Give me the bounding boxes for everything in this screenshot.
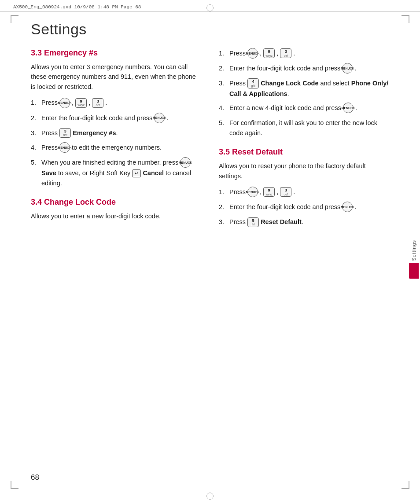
step-3-s5: 3. Press 5jkl Reset Default. (219, 217, 389, 227)
step-3-left-number: 3. (31, 128, 40, 138)
page-number: 68 (31, 473, 39, 482)
step-5-right: 5. For confirmation, it will ask you to … (219, 118, 389, 138)
key-5jkl-s5: 5jkl (247, 217, 259, 227)
right-column: 1. Press MENUOK , 9wxyz , 3def . 2. (219, 48, 389, 232)
corner-mark-tl (11, 15, 18, 23)
step-5-right-number: 5. (219, 118, 228, 128)
side-tab-label: Settings (411, 240, 416, 261)
section-3-5-title: 3.5 Reset Default (219, 147, 389, 157)
step-3-right-content: Press 4ghi Change Lock Code and select P… (229, 78, 389, 99)
step-4-left-content: Press MENUOK to edit the emergency numbe… (41, 143, 201, 153)
step-5-right-content: For confirmation, it will ask you to ent… (229, 118, 389, 138)
section-3-4: 3.4 Change Lock Code Allows you to enter… (31, 198, 201, 221)
center-mark-top (206, 4, 214, 11)
key-menu-ok-s5-1: MENUOK (247, 187, 258, 197)
step-5-cancel-label: Cancel (143, 169, 164, 177)
step-1-left-content: Press MENUOK , 9wxyz , 3def . (41, 98, 201, 108)
key-menu-ok-3: MENUOK (59, 142, 70, 153)
step-2-right-number: 2. (219, 63, 228, 73)
step-1-left: 1. Press MENUOK , 9wxyz , 3def . (31, 98, 201, 108)
section-3-5: 3.5 Reset Default Allows you to reset yo… (219, 147, 389, 228)
step-4-right-content: Enter a new 4-digit lock code and press … (229, 103, 389, 114)
step-5-save-label: Save (41, 169, 56, 177)
step-2-s5-content: Enter the four-digit lock code and press… (229, 202, 389, 213)
step-1-right-content: Press MENUOK , 9wxyz , 3def . (229, 48, 389, 59)
step-5-left: 5. When you are finished editing the num… (31, 158, 201, 188)
key-3def-2: 3def (59, 128, 71, 138)
section-3-5-description: Allows you to reset your phone to the fa… (219, 161, 389, 181)
right-soft-key-icon: ↵ (132, 169, 141, 177)
key-3def-s5: 3def (280, 187, 291, 197)
key-menu-ok-r1: MENUOK (247, 48, 258, 59)
step-2-left: 2. Enter the four-digit lock code and pr… (31, 113, 201, 124)
side-tab: Settings (408, 226, 420, 279)
step-2-right-content: Enter the four-digit lock code and press… (229, 63, 389, 74)
step-2-s5: 2. Enter the four-digit lock code and pr… (219, 202, 389, 213)
page: AX500_Eng_080924.qxd 10/9/08 1:48 PM Pag… (0, 0, 420, 504)
header-text: AX500_Eng_080924.qxd 10/9/08 1:48 PM Pag… (13, 4, 141, 10)
step-2-right: 2. Enter the four-digit lock code and pr… (219, 63, 389, 74)
step-3-right-bold1: Change Lock Code (261, 80, 318, 87)
key-9wxyz-s5: 9wxyz (263, 187, 275, 197)
main-content: Settings 3.3 Emergency #s Allows you to … (0, 12, 420, 258)
key-3def-r1: 3def (280, 48, 291, 58)
step-3-s5-number: 3. (219, 217, 228, 227)
step-1-s5-number: 1. (219, 187, 228, 197)
step-1-right-number: 1. (219, 48, 228, 58)
side-tab-bar (409, 263, 419, 279)
step-5-left-content: When you are finished editing the number… (41, 158, 201, 188)
step-3-s5-content: Press 5jkl Reset Default. (229, 217, 389, 227)
step-3-left-content: Press 3def Emergency #s. (41, 128, 201, 138)
step-1-s5-content: Press MENUOK , 9wxyz , 3def . (229, 187, 389, 198)
step-4-right-number: 4. (219, 103, 228, 113)
step-1-right: 1. Press MENUOK , 9wxyz , 3def . (219, 48, 389, 59)
columns-layout: 3.3 Emergency #s Allows you to enter 3 e… (31, 48, 389, 232)
key-9wxyz-r1: 9wxyz (263, 48, 275, 58)
step-1-s5: 1. Press MENUOK , 9wxyz , 3def . (219, 187, 389, 198)
step-4-right: 4. Enter a new 4-digit lock code and pre… (219, 103, 389, 114)
key-4ghi-r1: 4ghi (247, 78, 259, 88)
key-menu-ok-2: MENUOK (154, 113, 165, 123)
center-mark-bottom (206, 493, 214, 500)
corner-mark-tr (402, 15, 409, 23)
key-9wxyz-1: 9wxyz (75, 98, 87, 108)
step-3-left: 3. Press 3def Emergency #s. (31, 128, 201, 138)
left-column: 3.3 Emergency #s Allows you to enter 3 e… (31, 48, 201, 232)
key-menu-ok-r3: MENUOK (343, 103, 354, 113)
key-menu-ok-1: MENUOK (59, 98, 70, 108)
step-4-left-number: 4. (31, 143, 40, 152)
page-title: Settings (31, 21, 389, 38)
step-3-left-bold: Emergency #s (73, 129, 116, 136)
key-3def-1: 3def (92, 98, 103, 108)
section-3-4-description: Allows you to enter a new four-digit loc… (31, 211, 201, 221)
key-menu-ok-r2: MENUOK (342, 63, 353, 74)
key-menu-ok-4: MENUOK (180, 157, 191, 168)
section-3-4-title: 3.4 Change Lock Code (31, 198, 201, 207)
corner-mark-bl (11, 481, 18, 489)
key-menu-ok-s5-2: MENUOK (342, 202, 353, 212)
step-3-right-number: 3. (219, 78, 228, 88)
section-3-3-description: Allows you to enter 3 emergency numbers.… (31, 62, 201, 92)
step-3-right: 3. Press 4ghi Change Lock Code and selec… (219, 78, 389, 99)
step-4-left: 4. Press MENUOK to edit the emergency nu… (31, 143, 201, 153)
section-3-3-title: 3.3 Emergency #s (31, 48, 201, 58)
step-3-s5-bold: Reset Default (261, 218, 302, 225)
step-1-left-number: 1. (31, 98, 40, 107)
section-3-3: 3.3 Emergency #s Allows you to enter 3 e… (31, 48, 201, 188)
step-2-left-content: Enter the four-digit lock code and press… (41, 113, 201, 124)
step-2-left-number: 2. (31, 113, 40, 123)
step-2-s5-number: 2. (219, 202, 228, 212)
corner-mark-br (402, 481, 409, 489)
step-5-left-number: 5. (31, 158, 40, 167)
